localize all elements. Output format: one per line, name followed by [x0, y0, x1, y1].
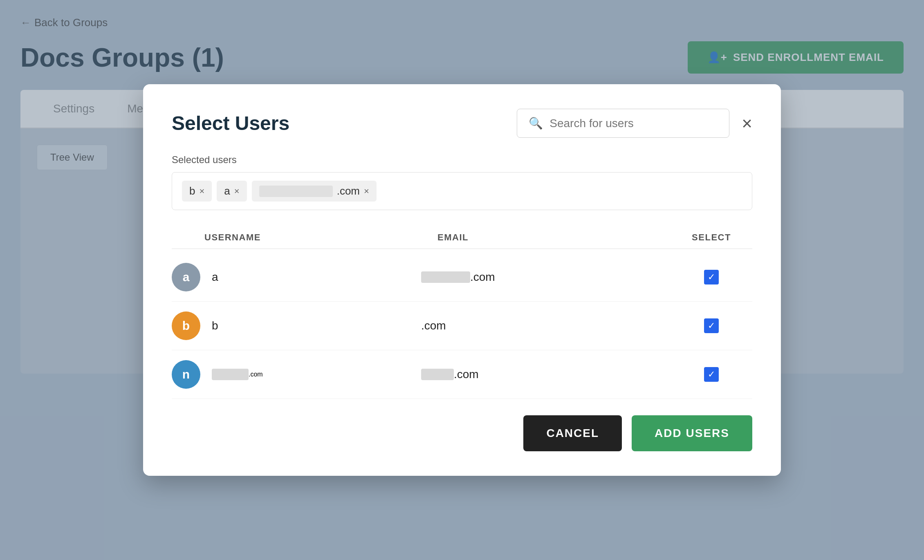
selected-users-label: Selected users	[172, 154, 752, 166]
email-a-suffix: .com	[470, 271, 495, 284]
add-users-button[interactable]: ADD USERS	[632, 415, 752, 451]
user-cell-b: b b	[172, 311, 421, 340]
tag-email-suffix: .com	[337, 185, 360, 197]
avatar-b: b	[172, 311, 200, 340]
email-cell-n: .com	[421, 368, 671, 381]
email-cell-b: .com	[421, 319, 671, 332]
search-box[interactable]: 🔍	[517, 109, 729, 138]
email-header: EMAIL	[437, 232, 671, 243]
checkbox-b[interactable]: ✓	[704, 318, 719, 333]
selected-tags-container: b × a × .com ×	[172, 172, 752, 210]
search-input[interactable]	[549, 117, 718, 130]
tag-a: a ×	[217, 181, 247, 202]
tag-a-close[interactable]: ×	[234, 186, 240, 197]
modal-overlay: Select Users 🔍 × Selected users b × a ×	[0, 0, 924, 560]
email-a-blurred	[421, 271, 470, 283]
select-cell-n[interactable]: ✓	[671, 367, 752, 382]
avatar-a-letter: a	[183, 270, 190, 284]
check-icon-b: ✓	[708, 321, 715, 330]
table-row: b b .com ✓	[172, 302, 752, 350]
select-cell-b[interactable]: ✓	[671, 318, 752, 333]
check-icon-n: ✓	[708, 370, 715, 379]
email-n-suffix: .com	[454, 368, 479, 381]
checkbox-a[interactable]: ✓	[704, 270, 719, 284]
select-cell-a[interactable]: ✓	[671, 270, 752, 284]
user-cell-n: n .com	[172, 360, 421, 389]
email-cell-a: .com	[421, 271, 671, 284]
table-row: a a .com ✓	[172, 253, 752, 302]
user-cell-a: a a	[172, 263, 421, 291]
email-n-blurred	[421, 369, 454, 380]
avatar-n-letter: n	[182, 367, 190, 381]
cancel-button[interactable]: CANCEL	[523, 415, 622, 451]
search-icon: 🔍	[529, 116, 543, 130]
close-button[interactable]: ×	[742, 114, 752, 132]
tag-email-blurred	[259, 186, 333, 197]
username-a: a	[212, 271, 218, 284]
modal-title: Select Users	[172, 112, 289, 134]
username-header: USERNAME	[204, 232, 437, 243]
username-n-blurred	[212, 369, 249, 380]
avatar-b-letter: b	[182, 319, 190, 333]
username-b: b	[212, 319, 218, 332]
modal-footer: CANCEL ADD USERS	[172, 415, 752, 451]
username-n-suffix: .com	[249, 371, 263, 378]
avatar-n: n	[172, 360, 200, 389]
tag-email: .com ×	[252, 181, 377, 202]
select-header: SELECT	[671, 232, 752, 243]
tag-b-close[interactable]: ×	[199, 186, 204, 197]
email-b-suffix: .com	[421, 319, 446, 332]
modal-header-right: 🔍 ×	[517, 109, 752, 138]
tag-b: b ×	[182, 181, 212, 202]
avatar-a: a	[172, 263, 200, 291]
table-header: USERNAME EMAIL SELECT	[172, 226, 752, 249]
table-row: n .com .com ✓	[172, 350, 752, 399]
checkbox-n[interactable]: ✓	[704, 367, 719, 382]
modal-header: Select Users 🔍 ×	[172, 109, 752, 138]
tag-email-close[interactable]: ×	[364, 186, 369, 197]
tag-a-label: a	[224, 185, 230, 197]
select-users-modal: Select Users 🔍 × Selected users b × a ×	[143, 84, 781, 476]
tag-b-label: b	[189, 185, 195, 197]
check-icon-a: ✓	[708, 273, 715, 282]
